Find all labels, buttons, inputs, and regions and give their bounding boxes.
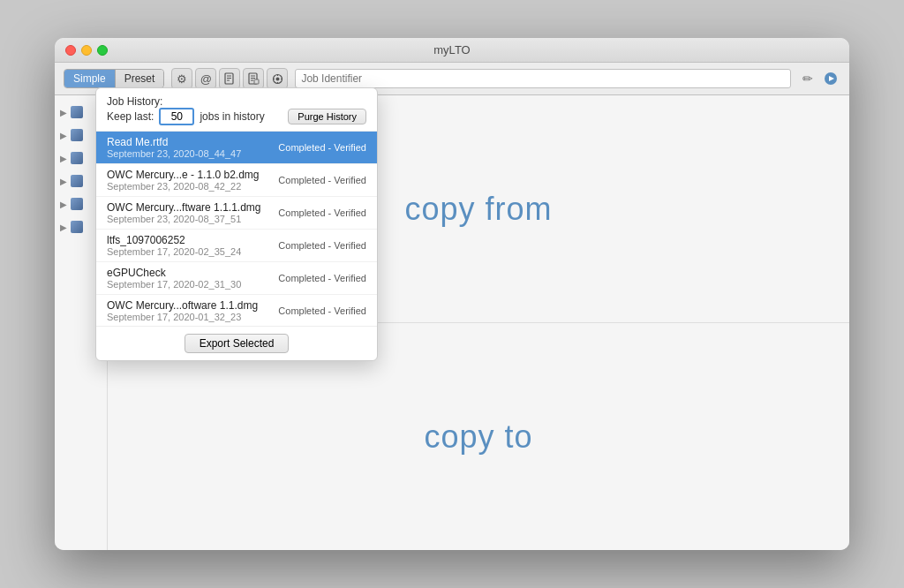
copy-from-label: copy from: [404, 191, 552, 228]
job-info: Read Me.rtfd September 23, 2020-08_44_47: [107, 136, 241, 159]
job-name: OWC Mercury...e - 1.1.0 b2.dmg: [107, 169, 260, 181]
table-row[interactable]: ltfs_1097006252 September 17, 2020-02_35…: [96, 230, 377, 262]
dropdown-title: Job History:: [107, 95, 162, 108]
gear-icon-btn[interactable]: ⚙: [171, 68, 192, 89]
job-info: OWC Mercury...oftware 1.1.dmg September …: [107, 299, 258, 322]
maximize-button[interactable]: [97, 45, 108, 56]
job-date: September 17, 2020-01_32_23: [107, 312, 258, 322]
arrow-icon: ▶: [60, 131, 67, 140]
job-name: eGPUCheck: [107, 267, 241, 279]
job-status: Completed - Verified: [278, 240, 366, 251]
job-date: September 23, 2020-08_44_47: [107, 148, 241, 159]
job-info: eGPUCheck September 17, 2020-02_31_30: [107, 267, 241, 290]
job-name: Read Me.rtfd: [107, 136, 241, 148]
action-icons: ✏: [798, 69, 840, 88]
job-date: September 17, 2020-02_31_30: [107, 279, 241, 290]
main-window: myLTO Simple Preset ⚙ @: [55, 38, 849, 550]
dropdown-header: Job History: Keep last: jobs in history …: [96, 88, 377, 132]
traffic-lights: [65, 45, 108, 56]
job-status: Completed - Verified: [278, 142, 366, 153]
tab-preset[interactable]: Preset: [116, 70, 164, 87]
job-status: Completed - Verified: [278, 305, 366, 316]
keep-last-config: Keep last: jobs in history Purge History: [107, 108, 366, 125]
pencil-icon[interactable]: ✏: [798, 69, 817, 88]
drive-icon: [71, 175, 83, 187]
window-title: myLTO: [433, 43, 470, 57]
job-name: OWC Mercury...ftware 1.1.1.dmg: [107, 201, 261, 214]
job-date: September 23, 2020-08_37_51: [107, 214, 261, 224]
tab-simple[interactable]: Simple: [64, 70, 116, 87]
table-row[interactable]: OWC Mercury...oftware 1.1.dmg September …: [96, 295, 377, 326]
minimize-button[interactable]: [81, 45, 92, 56]
arrow-icon: ▶: [60, 222, 67, 232]
table-row[interactable]: OWC Mercury...ftware 1.1.1.dmg September…: [96, 197, 377, 230]
doclist-icon-btn[interactable]: [243, 68, 264, 89]
keep-last-row: Job History:: [107, 95, 366, 108]
at-icon-btn[interactable]: @: [195, 68, 216, 89]
job-name: ltfs_1097006252: [107, 234, 241, 246]
dropdown-footer: Export Selected: [96, 326, 377, 360]
export-selected-button[interactable]: Export Selected: [185, 334, 290, 353]
drive-icon: [71, 198, 83, 210]
job-date: September 23, 2020-08_42_22: [107, 181, 260, 192]
job-date: September 17, 2020-02_35_24: [107, 246, 241, 257]
arrow-icon: ▶: [60, 108, 67, 117]
keep-last-label: Keep last:: [107, 110, 154, 123]
table-row[interactable]: Read Me.rtfd September 23, 2020-08_44_47…: [96, 132, 377, 164]
job-status: Completed - Verified: [278, 273, 366, 283]
jobs-label: jobs in history: [200, 110, 264, 123]
job-info: OWC Mercury...ftware 1.1.1.dmg September…: [107, 201, 261, 224]
job-list: Read Me.rtfd September 23, 2020-08_44_47…: [96, 132, 377, 326]
tab-group: Simple Preset: [64, 69, 164, 88]
drive-icon: [71, 221, 83, 233]
job-info: OWC Mercury...e - 1.1.0 b2.dmg September…: [107, 169, 260, 192]
svg-rect-8: [254, 79, 259, 84]
drive-icon: [71, 152, 83, 164]
play-icon[interactable]: [821, 69, 840, 88]
svg-point-10: [275, 77, 279, 80]
title-bar: myLTO: [55, 38, 849, 63]
copy-to-label: copy to: [424, 418, 532, 456]
job-status: Completed - Verified: [278, 207, 366, 218]
job-history-dropdown: Job History: Keep last: jobs in history …: [95, 87, 378, 361]
icon-button-group: ⚙ @: [171, 68, 288, 89]
drive-icon: [71, 106, 83, 118]
doc-icon-btn[interactable]: [219, 68, 240, 89]
job-name: OWC Mercury...oftware 1.1.dmg: [107, 299, 258, 312]
arrow-icon: ▶: [60, 177, 67, 186]
settings-icon-btn[interactable]: [267, 68, 288, 89]
close-button[interactable]: [65, 45, 76, 56]
keep-last-input[interactable]: [159, 108, 194, 125]
table-row[interactable]: eGPUCheck September 17, 2020-02_31_30 Co…: [96, 262, 377, 295]
drive-icon: [71, 129, 83, 141]
purge-history-button[interactable]: Purge History: [288, 109, 366, 124]
job-status: Completed - Verified: [278, 175, 366, 185]
job-id-input[interactable]: [295, 69, 791, 88]
job-info: ltfs_1097006252 September 17, 2020-02_35…: [107, 234, 241, 257]
table-row[interactable]: OWC Mercury...e - 1.1.0 b2.dmg September…: [96, 164, 377, 197]
arrow-icon: ▶: [60, 154, 67, 163]
arrow-icon: ▶: [60, 200, 67, 209]
